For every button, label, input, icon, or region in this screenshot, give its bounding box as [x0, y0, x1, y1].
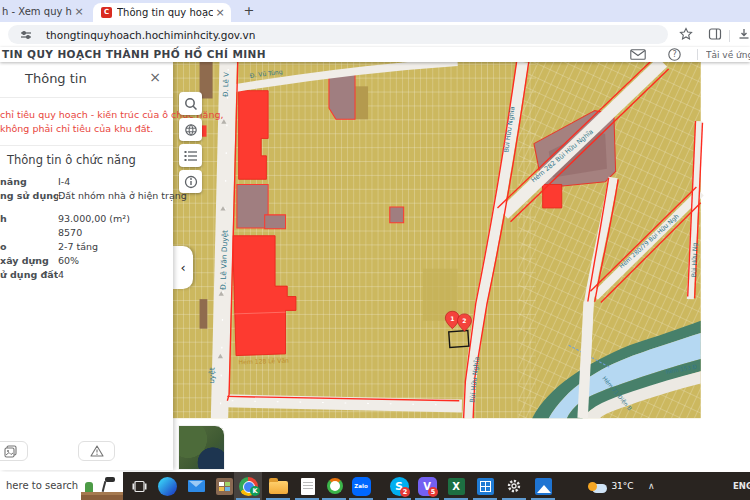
file-explorer-button[interactable] — [267, 475, 289, 497]
parcel-mauve-1[interactable] — [237, 184, 268, 227]
language-indicator[interactable]: ENG — [733, 481, 750, 491]
url-pill[interactable]: thongtinquyhoach.hochiminhcity.gov.vn — [8, 25, 668, 44]
help-icon[interactable]: ? — [668, 48, 681, 61]
notice-line-1: chỉ tiêu quy hoạch - kiến trúc của ô chứ… — [0, 108, 173, 122]
parcel-mauve-top[interactable] — [329, 74, 355, 119]
chrome-active-slot[interactable]: K — [234, 472, 262, 500]
field-row: o2-7 tầng — [0, 241, 173, 252]
images-button[interactable] — [0, 441, 28, 461]
settings-gear-icon — [506, 478, 522, 494]
header-divider — [697, 49, 698, 60]
tab-xem-quy-hoach[interactable]: h - Xem quy hoạch × — [0, 0, 92, 22]
zalo-button[interactable]: Zalo — [350, 475, 372, 497]
panel-header: Thông tin × — [0, 62, 173, 98]
section-title: Thông tin ô chức năng — [0, 145, 173, 167]
mail-icon[interactable] — [630, 49, 646, 60]
field-label — [0, 227, 58, 238]
excel-icon: X — [448, 478, 465, 495]
site-settings-icon[interactable] — [20, 29, 32, 41]
browser-tab-bar: h - Xem quy hoạch × C Thông tin quy hoạc… — [0, 0, 750, 22]
weather-button[interactable]: 31°C — [590, 475, 636, 497]
store-button[interactable] — [213, 475, 235, 497]
field-row: 8570 — [0, 227, 173, 238]
skype-button[interactable]: S 2 — [388, 475, 410, 497]
zalo-icon: Zalo — [352, 477, 371, 496]
parcel-mauve-small[interactable] — [390, 207, 404, 223]
info-panel: Thông tin × chỉ tiêu quy hoạch - kiến tr… — [0, 62, 173, 470]
calculator-button[interactable] — [474, 475, 496, 497]
photos-button[interactable] — [532, 475, 554, 497]
field-label: ử dụng đất — [0, 269, 58, 280]
mail-button[interactable] — [185, 475, 207, 497]
search-decor-image — [81, 472, 123, 500]
skype-badge: 2 — [400, 487, 410, 497]
legend-list-icon — [184, 150, 198, 162]
search-box-text: here to search — [6, 480, 78, 491]
planning-notice: chỉ tiêu quy hoạch - kiến trúc của ô chứ… — [0, 108, 173, 136]
field-label: h — [0, 213, 58, 224]
tab-thong-tin-quy-hoach[interactable]: C Thông tin quy hoạch TP.HCM × — [93, 3, 231, 22]
notice-line-2: không phải chỉ tiêu của khu đất. — [0, 122, 173, 136]
map-legend-button[interactable] — [179, 144, 202, 167]
url-text[interactable]: thongtinquyhoach.hochiminhcity.gov.vn — [46, 29, 255, 41]
field-value: 60% — [58, 255, 79, 266]
tab-title: h - Xem quy hoạch — [2, 6, 72, 17]
images-icon — [4, 445, 17, 458]
field-value: Đất nhóm nhà ở hiện trạng — [58, 190, 187, 201]
green-app-icon — [327, 478, 343, 494]
edge-button[interactable] — [156, 475, 178, 497]
site-favicon: C — [101, 7, 112, 18]
parcel-red-1[interactable] — [239, 91, 269, 180]
street-label: Đ. Lê V — [222, 72, 231, 97]
parcel-mauve-1b[interactable] — [265, 215, 286, 229]
excel-button[interactable]: X — [445, 475, 467, 497]
parcel-brown — [200, 299, 208, 329]
tab-close-icon[interactable]: × — [72, 5, 86, 18]
tab-close-icon[interactable]: × — [213, 6, 227, 19]
document-button[interactable] — [297, 475, 319, 497]
layers-icon — [184, 123, 198, 137]
panel-collapse-button[interactable]: ‹ — [173, 246, 193, 289]
settings-button[interactable] — [503, 475, 525, 497]
map-info-button[interactable] — [179, 170, 202, 193]
map-layers-button[interactable] — [179, 118, 202, 141]
site-header: TIN QUY HOẠCH THÀNH PHỐ HỒ CHÍ MINH ? Tả… — [0, 47, 750, 62]
bookmark-star-icon[interactable] — [679, 27, 693, 41]
field-label: ng sử dụng — [0, 190, 58, 201]
viber-badge: 5 — [428, 487, 438, 497]
bridge-road — [583, 302, 589, 418]
browser-address-bar: thongtinquyhoach.hochiminhcity.gov.vn — [0, 22, 750, 47]
field-row: ng sử dụngĐất nhóm nhà ở hiện trạng — [0, 190, 173, 201]
map-search-button[interactable] — [179, 92, 202, 115]
svg-text:1: 1 — [450, 315, 454, 322]
viber-button[interactable]: V 5 — [416, 475, 438, 497]
basemap-satellite-toggle[interactable] — [178, 425, 225, 470]
green-app-button[interactable] — [324, 475, 346, 497]
folder-icon — [269, 481, 288, 494]
task-view-button[interactable] — [128, 475, 150, 497]
windows-taskbar: here to search K Zalo S 2 V 5 X 31°C — [0, 472, 750, 500]
panel-close-icon[interactable]: × — [149, 69, 161, 85]
report-warning-button[interactable] — [78, 441, 115, 461]
panel-title: Thông tin — [25, 71, 87, 86]
tab-title: Thông tin quy hoạch TP.HCM — [117, 7, 213, 18]
side-panel-icon[interactable] — [708, 27, 722, 41]
new-tab-button[interactable]: + — [240, 2, 258, 20]
info-icon — [184, 175, 198, 189]
task-view-icon — [132, 480, 147, 493]
toolbar-divider — [729, 30, 730, 42]
search-icon — [184, 97, 198, 111]
download-icon[interactable] — [737, 27, 750, 41]
field-label: năng — [0, 176, 58, 187]
parcel-dark-tan — [355, 86, 368, 119]
windows-search-box[interactable]: here to search — [0, 472, 123, 500]
field-label: xây dựng — [0, 255, 58, 266]
download-app-link[interactable]: Tải về ứng dụn — [706, 50, 750, 60]
calculator-icon — [477, 478, 494, 495]
weather-icon — [592, 484, 607, 493]
tray-chevron-icon[interactable]: ∧ — [648, 481, 655, 491]
field-value: I-4 — [58, 176, 70, 187]
parcel-brown — [200, 62, 213, 98]
photos-icon — [535, 478, 552, 495]
field-row: ử dụng đất4 — [0, 269, 173, 280]
